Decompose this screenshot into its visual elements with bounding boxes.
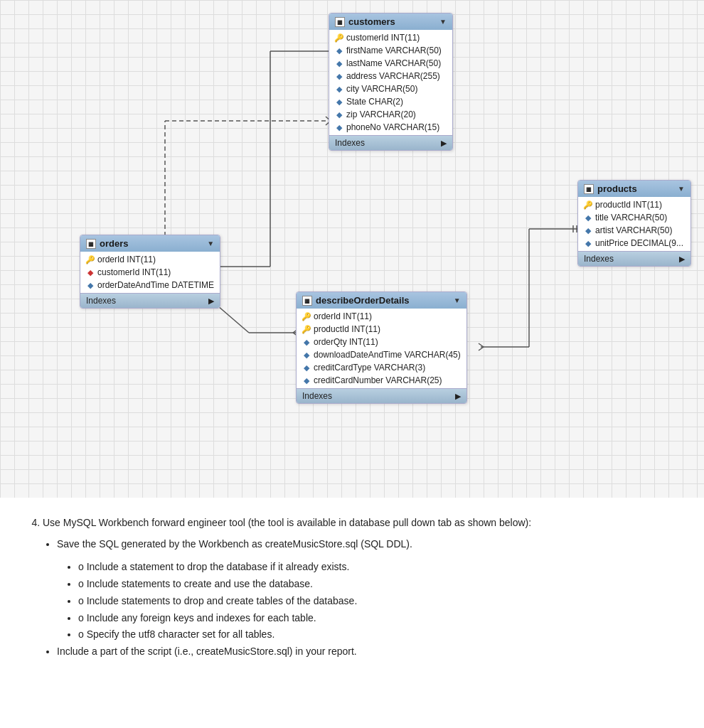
db-field: ◆orderQty INT(11) [297,336,466,348]
db-field: 🔑productId INT(11) [297,323,466,336]
indexes-arrow-icon: ▶ [455,392,461,401]
sub-item: Include any foreign keys and indexes for… [78,610,676,627]
indexes-arrow-icon: ▶ [208,296,214,306]
diamond-icon: ◆ [335,85,343,93]
table-describe-order-details-title: describeOrderDetails [316,295,410,306]
sub-item: Include statements to create and use the… [78,576,676,593]
table-icon: ▦ [302,296,312,306]
sub-list-1: Include a statement to drop the database… [78,559,676,643]
table-describe-order-details-indexes[interactable]: Indexes ▶ [297,388,466,403]
key-icon: 🔑 [302,312,311,321]
table-orders: ▦ orders ▼ 🔑orderId INT(11) ◆customerId … [80,235,220,309]
list-item-4: Use MySQL Workbench forward engineer too… [43,515,676,660]
indexes-arrow-icon: ▶ [441,139,447,148]
db-field: 🔑orderId INT(11) [297,310,466,323]
diamond-icon: ◆ [584,213,592,222]
db-field: ◆lastName VARCHAR(50) [329,57,452,70]
key-icon: 🔑 [584,200,592,209]
db-field: ◆artist VARCHAR(50) [578,224,690,237]
db-field: ◆creditCardNumber VARCHAR(25) [297,374,466,387]
db-field: ◆orderDateAndTime DATETIME [80,279,220,291]
table-customers-indexes[interactable]: Indexes ▶ [329,135,452,150]
table-orders-indexes[interactable]: Indexes ▶ [80,293,220,308]
db-field: ◆phoneNo VARCHAR(15) [329,121,452,134]
sub-item: Include statements to drop and create ta… [78,593,676,610]
table-icon: ▦ [584,184,594,194]
text-content: Use MySQL Workbench forward engineer too… [0,498,704,686]
db-field: ◆firstName VARCHAR(50) [329,44,452,57]
table-orders-body: 🔑orderId INT(11) ◆customerId INT(11) ◆or… [80,252,220,293]
sub-item: Specify the utf8 character set for all t… [78,626,676,643]
db-field: ◆State CHAR(2) [329,95,452,108]
bullet-list: Save the SQL generated by the Workbench … [57,536,676,660]
table-describe-order-details: ▦ describeOrderDetails ▼ 🔑orderId INT(11… [296,291,467,404]
table-orders-header: ▦ orders ▼ [80,235,220,252]
bullet-2-main: Include a part of the script (i.e., crea… [57,646,357,657]
bullet-1-main: Save the SQL generated by the Workbench … [57,538,412,550]
indexes-label: Indexes [584,254,614,264]
sub-item-text: Include any foreign keys and indexes for… [87,612,316,623]
db-field: 🔑orderId INT(11) [80,253,220,266]
table-customers-header: ▦ customers ▼ [329,14,452,30]
db-field: ◆downloadDateAndTime VARCHAR(45) [297,348,466,361]
diamond-icon: ◆ [302,350,311,359]
db-field: 🔑customerId INT(11) [329,31,452,44]
chevron-down-icon: ▼ [207,240,214,247]
db-field: ◆zip VARCHAR(20) [329,108,452,121]
table-customers-title: customers [348,16,395,27]
db-field: 🔑productId INT(11) [578,198,690,211]
diamond-red-icon: ◆ [86,268,95,277]
diamond-icon: ◆ [86,281,95,289]
diamond-icon: ◆ [302,338,311,346]
erd-diagram: ▦ customers ▼ 🔑customerId INT(11) ◆first… [0,0,704,498]
key-icon: 🔑 [302,325,311,333]
chevron-down-icon: ▼ [439,18,447,26]
diamond-icon: ◆ [335,123,343,132]
chevron-down-icon: ▼ [454,296,461,304]
diamond-icon: ◆ [335,97,343,106]
db-field: ◆unitPrice DECIMAL(9... [578,237,690,250]
diamond-icon: ◆ [302,363,311,372]
diamond-icon: ◆ [584,226,592,235]
table-products-title: products [597,183,637,194]
db-field: ◆creditCardType VARCHAR(3) [297,361,466,374]
table-orders-title: orders [100,238,128,249]
table-products: ▦ products ▼ 🔑productId INT(11) ◆title V… [577,180,691,267]
diamond-icon: ◆ [302,376,311,385]
diamond-icon: ◆ [584,239,592,247]
bullet-item-2: Include a part of the script (i.e., crea… [57,643,676,660]
db-field: ◆address VARCHAR(255) [329,70,452,82]
chevron-down-icon: ▼ [678,185,685,193]
sub-item-text: Include a statement to drop the database… [87,561,350,572]
table-products-header: ▦ products ▼ [578,181,690,197]
table-customers: ▦ customers ▼ 🔑customerId INT(11) ◆first… [329,13,453,151]
key-icon: 🔑 [335,33,343,42]
table-customers-body: 🔑customerId INT(11) ◆firstName VARCHAR(5… [329,30,452,135]
table-icon: ▦ [335,17,345,27]
diamond-icon: ◆ [335,72,343,80]
table-describe-order-details-header: ▦ describeOrderDetails ▼ [297,292,466,309]
indexes-label: Indexes [302,391,332,401]
bullet-item-1: Save the SQL generated by the Workbench … [57,536,676,643]
indexes-label: Indexes [86,296,116,306]
table-products-indexes[interactable]: Indexes ▶ [578,251,690,266]
diamond-icon: ◆ [335,110,343,119]
db-field: ◆customerId INT(11) [80,266,220,279]
sub-item-text: Include statements to drop and create ta… [87,595,358,606]
indexes-arrow-icon: ▶ [679,255,685,264]
table-products-body: 🔑productId INT(11) ◆title VARCHAR(50) ◆a… [578,197,690,251]
sub-item: Include a statement to drop the database… [78,559,676,576]
item4-text: Use MySQL Workbench forward engineer too… [43,517,531,528]
table-icon: ▦ [86,239,96,249]
svg-line-19 [479,347,484,350]
sub-item-text: Include statements to create and use the… [87,578,313,589]
db-field: ◆city VARCHAR(50) [329,82,452,95]
svg-line-18 [479,343,484,347]
diamond-icon: ◆ [335,46,343,55]
sub-item-text: Specify the utf8 character set for all t… [87,628,275,640]
diamond-icon: ◆ [335,59,343,68]
table-describe-order-details-body: 🔑orderId INT(11) 🔑productId INT(11) ◆ord… [297,309,466,388]
indexes-label: Indexes [335,138,365,148]
db-field: ◆title VARCHAR(50) [578,211,690,224]
key-icon: 🔑 [86,255,95,264]
